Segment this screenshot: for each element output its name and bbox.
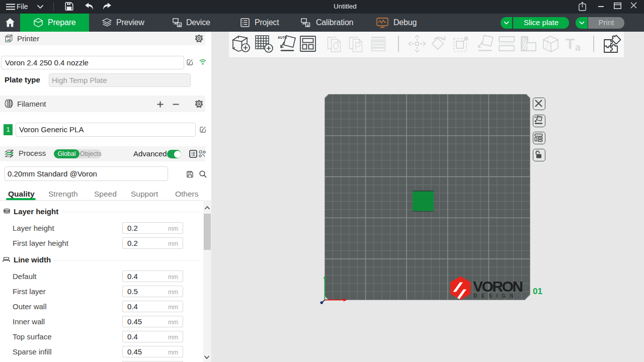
svg-text:DESIGN: DESIGN	[473, 293, 518, 299]
svg-text:VORON: VORON	[473, 278, 523, 295]
svg-text:T: T	[566, 35, 575, 52]
svg-text:AUTO: AUTO	[534, 116, 541, 119]
svg-text:a: a	[575, 42, 581, 53]
